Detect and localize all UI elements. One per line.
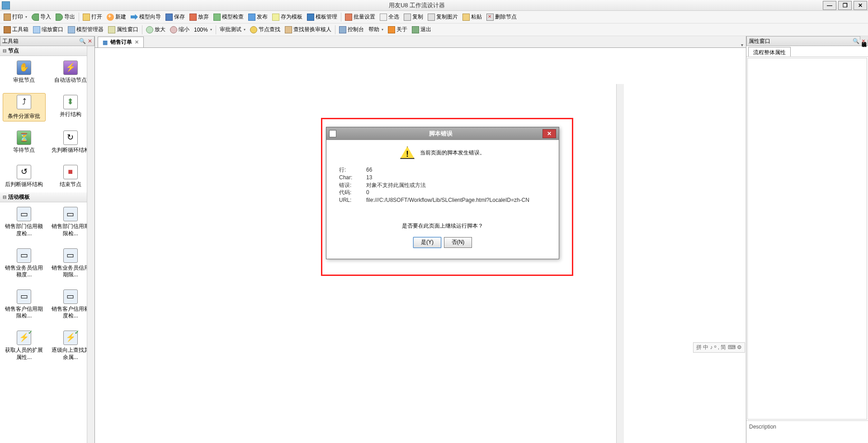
new-button[interactable]: 新建 xyxy=(105,12,128,22)
template-manage-button[interactable]: 模板管理 xyxy=(305,12,339,22)
url-label: URL: xyxy=(339,196,366,204)
templates-section-header[interactable]: ⊟ 活动模板 xyxy=(0,192,94,202)
help-button[interactable]: 帮助▾ xyxy=(367,25,385,34)
paste-button[interactable]: 粘贴 xyxy=(461,12,484,22)
main-area: 工具箱 🔍 ✕ ⊟ 节点 ✋审批节点 ⚡自动活动节点 ⤴条件分派审批 ⬍并行结构… xyxy=(0,36,868,443)
property-window-button[interactable]: 属性窗口 xyxy=(106,25,140,34)
document-tab[interactable]: ▦ 销售订单 ✕ xyxy=(98,37,144,47)
scrollbar[interactable] xyxy=(87,46,94,443)
close-button[interactable]: ✕ xyxy=(854,1,867,10)
close-panel-icon[interactable]: ✕ xyxy=(88,38,92,44)
console-button[interactable]: 控制台 xyxy=(337,25,366,34)
dialog-close-button[interactable]: ✕ xyxy=(542,129,556,138)
property-grid[interactable] xyxy=(747,58,867,420)
templates-section-title: 活动模板 xyxy=(8,193,30,201)
titlebar: 用友U8 工作流设计器 — ❐ ✕ xyxy=(0,0,868,11)
paste-icon xyxy=(462,14,470,21)
zoom-percent-dropdown[interactable]: 100%▾ xyxy=(192,26,214,34)
node-preloop[interactable]: ↻先判断循环结构 xyxy=(49,129,92,156)
approval-test-button[interactable]: 审批测试▾ xyxy=(218,25,247,34)
dialog-details: 行:66 Char:13 错误:对象不支持此属性或方法 代码:0 URL:fil… xyxy=(339,166,546,204)
zoom-out-button[interactable]: 缩小 xyxy=(168,25,191,34)
script-error-dialog: 脚本错误 ✕ ! 当前页面的脚本发生错误。 行:66 Char:13 错误:对象… xyxy=(326,127,559,259)
template-item[interactable]: ▭销售部门信用额度检... xyxy=(3,205,46,239)
replace-reviewer-button[interactable]: 查找替换审核人 xyxy=(283,25,333,34)
line-value: 66 xyxy=(366,166,546,174)
dialog-titlebar[interactable]: 脚本错误 ✕ xyxy=(326,127,559,140)
node-end[interactable]: ■结束节点 xyxy=(49,163,92,190)
tab-overflow-icon[interactable]: ▾ xyxy=(741,42,743,47)
delete-node-button[interactable]: 删除节点 xyxy=(485,12,519,22)
no-button[interactable]: 否(N) xyxy=(444,237,472,248)
maximize-button[interactable]: ❐ xyxy=(838,1,852,10)
ime-bar[interactable]: 拼 中 ♪ º , 简 ⌨ ⚙ xyxy=(693,342,745,353)
search-icon[interactable]: 🔍 xyxy=(853,38,859,44)
template-item[interactable]: ▭销售业务员信用额度... xyxy=(3,247,46,280)
import-button[interactable]: 导入 xyxy=(30,12,53,22)
template-icon: ⚡ xyxy=(17,331,31,345)
open-button[interactable]: 打开 xyxy=(81,12,104,22)
copy-icon xyxy=(404,14,411,21)
copy-image-button[interactable]: 复制图片 xyxy=(426,12,460,22)
toolbox-button[interactable]: 工具箱 xyxy=(2,25,30,34)
node-parallel[interactable]: ⬍并行结构 xyxy=(49,93,92,122)
model-manager-button[interactable]: 模型管理器 xyxy=(66,25,105,34)
zoom-in-button[interactable]: 放大 xyxy=(144,25,167,34)
minimize-button[interactable]: — xyxy=(823,1,836,10)
close-tab-icon[interactable]: ✕ xyxy=(135,39,139,45)
batch-button[interactable]: 批量设置 xyxy=(343,12,377,22)
separator xyxy=(142,25,142,34)
open-icon xyxy=(83,14,90,21)
node-conditional[interactable]: ⤴条件分派审批 xyxy=(3,93,46,122)
yes-button[interactable]: 是(Y) xyxy=(413,237,441,248)
document-tabs: ▦ 销售订单 ✕ ▾ xyxy=(95,36,746,48)
canvas-panel: ▦ 销售订单 ✕ ▾ 脚本错误 ✕ ! 当前页面的脚本发生错误。 xyxy=(95,36,746,443)
node-postloop[interactable]: ↺后判断循环结构 xyxy=(3,163,46,190)
wait-node-icon: ⏳ xyxy=(17,131,31,145)
save-as-template-button[interactable]: 存为模板 xyxy=(270,12,304,22)
template-icon: ▭ xyxy=(17,289,31,304)
template-item[interactable]: ▭销售业务员信用期限... xyxy=(49,247,92,280)
exit-button[interactable]: 退出 xyxy=(410,25,433,34)
template-item[interactable]: ▭销售客户信用额度检... xyxy=(49,288,92,322)
publish-icon xyxy=(248,14,255,21)
parallel-node-icon: ⬍ xyxy=(63,95,78,109)
url-value: file:///C:/U8SOFT/Workflow/Lib/SLClientP… xyxy=(366,196,546,204)
template-icon xyxy=(272,14,279,21)
about-icon xyxy=(388,26,395,33)
property-tab-overall[interactable]: 流程整体属性 xyxy=(748,47,791,56)
select-all-button[interactable]: 全选 xyxy=(378,12,401,22)
import-icon xyxy=(32,14,39,21)
dropdown-icon: ▾ xyxy=(244,28,245,32)
export-button[interactable]: 导出 xyxy=(54,12,77,22)
publish-button[interactable]: 发布 xyxy=(246,12,269,22)
dialog-message: 当前页面的脚本发生错误。 xyxy=(420,149,485,157)
fit-window-button[interactable]: 缩放窗口 xyxy=(31,25,65,34)
template-item[interactable]: ⚡逐级向上查找其余属... xyxy=(49,329,92,363)
template-item[interactable]: ⚡获取人员的扩展属性... xyxy=(3,329,46,363)
dialog-icon xyxy=(329,130,336,137)
node-auto[interactable]: ⚡自动活动节点 xyxy=(49,59,92,86)
print-button[interactable]: 打印▾ xyxy=(2,12,29,22)
scrollbar[interactable] xyxy=(616,84,624,443)
discard-button[interactable]: 放弃 xyxy=(188,12,211,22)
template-item[interactable]: ▭销售客户信用期限检... xyxy=(3,288,46,322)
search-icon[interactable]: 🔍 xyxy=(79,38,86,44)
separator xyxy=(79,13,79,22)
about-button[interactable]: 关于 xyxy=(386,25,409,34)
template-item[interactable]: ▭销售部门信用期限检... xyxy=(49,205,92,239)
collapse-icon: ⊟ xyxy=(3,48,6,53)
aux-editor-strip[interactable]: 辅助编辑器 xyxy=(860,36,868,40)
workflow-canvas[interactable]: 脚本错误 ✕ ! 当前页面的脚本发生错误。 行:66 Char:13 错误:对象… xyxy=(95,48,746,443)
template-icon: ▭ xyxy=(17,248,31,263)
copy-button[interactable]: 复制 xyxy=(402,12,425,22)
nodes-section-header[interactable]: ⊟ 节点 xyxy=(0,46,94,56)
find-node-button[interactable]: 节点查找 xyxy=(248,25,282,34)
save-button[interactable]: 保存 xyxy=(164,12,187,22)
node-wait[interactable]: ⏳等待节点 xyxy=(3,129,46,156)
model-check-button[interactable]: 模型检查 xyxy=(212,12,245,22)
warning-icon: ! xyxy=(400,146,415,159)
wizard-button[interactable]: 模型向导 xyxy=(129,12,163,22)
template-icon: ▭ xyxy=(17,207,31,221)
node-approve[interactable]: ✋审批节点 xyxy=(3,59,46,86)
